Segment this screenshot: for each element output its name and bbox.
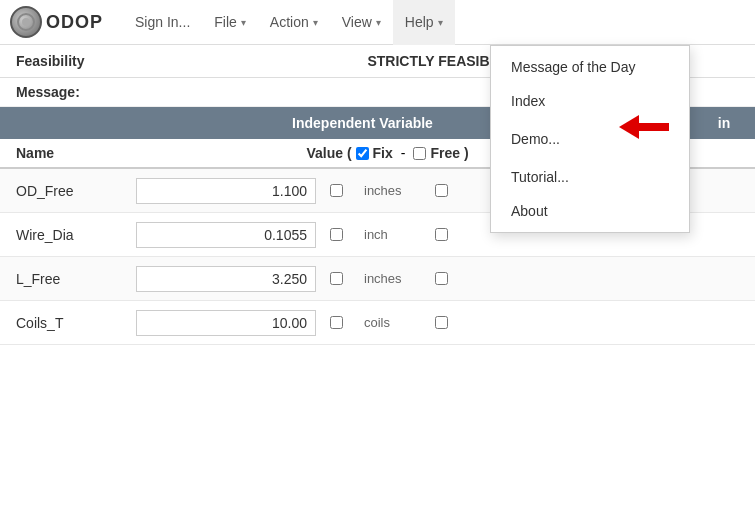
col-header-value: Value ( <box>306 145 351 161</box>
menu-item-tutorial[interactable]: Tutorial... <box>491 160 689 194</box>
logo[interactable]: ODOP <box>10 6 103 38</box>
message-label: Message: <box>16 84 80 100</box>
nav-signin[interactable]: Sign In... <box>123 0 202 45</box>
row-free-checkbox[interactable] <box>435 228 448 241</box>
menu-item-motd[interactable]: Message of the Day <box>491 50 689 84</box>
table-row: Coils_T coils <box>0 301 755 345</box>
chevron-down-icon: ▾ <box>376 17 381 28</box>
menu-item-index[interactable]: Index <box>491 84 689 118</box>
table-header-in: in <box>709 115 739 131</box>
chevron-down-icon: ▾ <box>241 17 246 28</box>
row-name: Coils_T <box>16 315 136 331</box>
row-free-checkbox[interactable] <box>435 272 448 285</box>
help-dropdown: Message of the Day Index Demo... Tutoria… <box>490 45 690 233</box>
row-value-input[interactable] <box>136 266 316 292</box>
svg-point-1 <box>22 18 30 26</box>
row-value-input[interactable] <box>136 222 316 248</box>
row-name: Wire_Dia <box>16 227 136 243</box>
row-fix-checkbox[interactable] <box>330 228 343 241</box>
row-value-input[interactable] <box>136 178 316 204</box>
menu-item-about[interactable]: About <box>491 194 689 228</box>
col-header-name: Name <box>16 145 136 161</box>
nav-help[interactable]: Help ▾ <box>393 0 455 45</box>
row-unit: inches <box>356 183 426 198</box>
col-header-free: Free ) <box>430 145 468 161</box>
logo-icon <box>10 6 42 38</box>
row-unit: inch <box>356 227 426 242</box>
row-unit: coils <box>356 315 426 330</box>
logo-text: ODOP <box>46 12 103 33</box>
row-name: L_Free <box>16 271 136 287</box>
feasibility-label: Feasibility <box>16 53 136 69</box>
nav-file[interactable]: File ▾ <box>202 0 258 45</box>
row-fix-checkbox[interactable] <box>330 184 343 197</box>
row-free-checkbox[interactable] <box>435 316 448 329</box>
row-name: OD_Free <box>16 183 136 199</box>
row-fix-checkbox[interactable] <box>330 272 343 285</box>
row-value-input[interactable] <box>136 310 316 336</box>
table-row: L_Free inches <box>0 257 755 301</box>
fix-checkbox-header[interactable] <box>356 147 369 160</box>
nav-view[interactable]: View ▾ <box>330 0 393 45</box>
chevron-down-icon: ▾ <box>438 17 443 28</box>
menu-item-demo[interactable]: Demo... <box>491 118 689 160</box>
demo-arrow <box>619 115 669 139</box>
nav-action[interactable]: Action ▾ <box>258 0 330 45</box>
navbar: ODOP Sign In... File ▾ Action ▾ View ▾ H… <box>0 0 755 45</box>
row-fix-checkbox[interactable] <box>330 316 343 329</box>
row-unit: inches <box>356 271 426 286</box>
col-header-fix: Fix <box>373 145 393 161</box>
free-checkbox-header[interactable] <box>413 147 426 160</box>
chevron-down-icon: ▾ <box>313 17 318 28</box>
row-free-checkbox[interactable] <box>435 184 448 197</box>
